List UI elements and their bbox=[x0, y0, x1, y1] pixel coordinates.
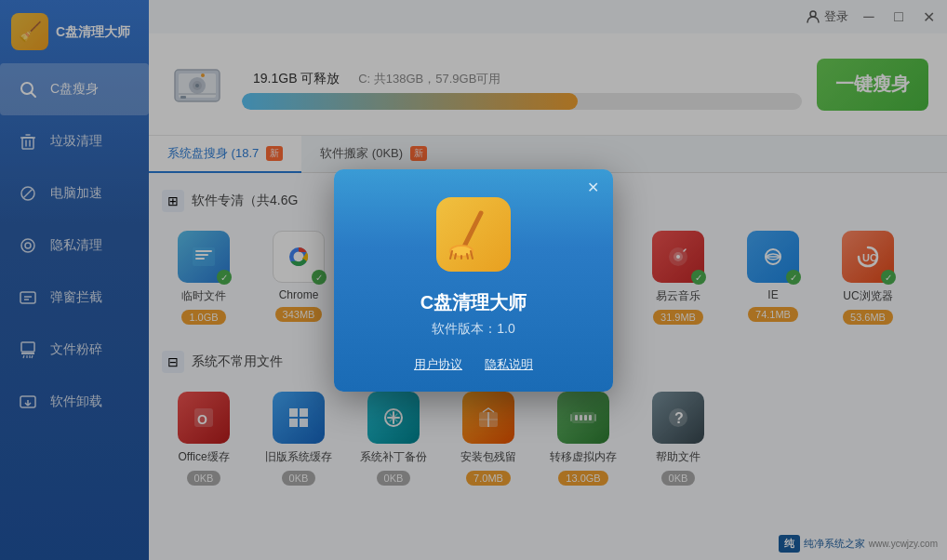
modal-overlay: ✕ C盘清理大师 软件版本：1.0 bbox=[0, 0, 947, 560]
modal-links: 用户协议 隐私说明 bbox=[353, 356, 594, 373]
svg-point-68 bbox=[451, 247, 472, 256]
modal-body: C盘清理大师 软件版本：1.0 用户协议 隐私说明 bbox=[334, 281, 613, 392]
about-modal: ✕ C盘清理大师 软件版本：1.0 bbox=[334, 169, 613, 392]
svg-line-66 bbox=[462, 213, 481, 250]
modal-version: 软件版本：1.0 bbox=[353, 321, 594, 338]
modal-close-button[interactable]: ✕ bbox=[583, 179, 602, 197]
user-agreement-link[interactable]: 用户协议 bbox=[414, 356, 462, 373]
privacy-link[interactable]: 隐私说明 bbox=[485, 356, 533, 373]
modal-app-icon bbox=[436, 197, 511, 272]
svg-line-70 bbox=[455, 254, 456, 259]
svg-line-72 bbox=[467, 254, 468, 259]
modal-icon-area bbox=[334, 169, 613, 281]
modal-title: C盘清理大师 bbox=[353, 290, 594, 315]
